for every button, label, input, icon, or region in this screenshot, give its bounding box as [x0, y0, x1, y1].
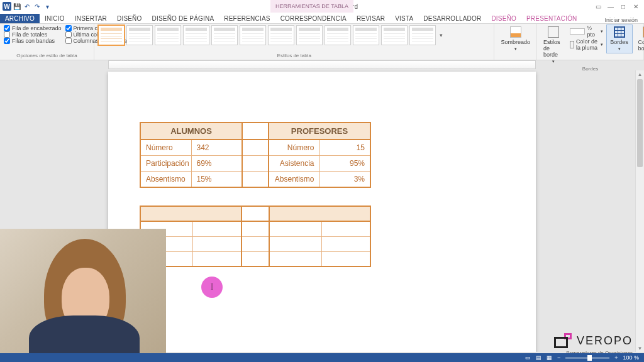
cell[interactable]: Absentismo	[269, 172, 319, 188]
qat-more-icon[interactable]: ▾	[43, 2, 52, 11]
page[interactable]: ALUMNOS PROFESORES Número 342 Número 15 …	[108, 72, 536, 352]
view-read-icon[interactable]: ▭	[525, 354, 531, 361]
shading-button[interactable]: Sombreado ▾	[498, 25, 533, 53]
chevron-down-icon: ▾	[618, 47, 621, 52]
table1-header-right[interactable]: PROFESORES	[269, 123, 370, 140]
view-print-icon[interactable]: ▤	[536, 354, 541, 361]
cell[interactable]	[140, 206, 242, 221]
gallery-more-icon[interactable]: ▾	[438, 32, 445, 38]
cell[interactable]	[242, 140, 269, 156]
chk-header-row[interactable]: Fila de encabezado	[4, 25, 62, 31]
zoom-level[interactable]: 100 %	[623, 354, 639, 361]
tab-inicio[interactable]: INICIO	[40, 14, 70, 23]
cell[interactable]: Número	[140, 140, 191, 156]
undo-icon[interactable]: ↶	[23, 2, 31, 11]
cell[interactable]: Número	[269, 140, 319, 156]
tab-table-design[interactable]: DISEÑO	[486, 14, 521, 23]
table-row[interactable]	[140, 221, 370, 236]
table-style-thumb[interactable]	[98, 25, 125, 45]
pen-weight-dropdown[interactable]: ½ pto ▾	[570, 25, 603, 38]
cell[interactable]: 95%	[319, 156, 370, 172]
table-style-thumb[interactable]	[240, 25, 266, 45]
borders-button[interactable]: Bordes ▾	[607, 25, 632, 53]
tab-diseno-pagina[interactable]: DISEÑO DE PÁGINA	[147, 14, 219, 23]
table-row[interactable]: Absentismo 15% Absentismo 3%	[140, 172, 370, 188]
ribbon: Fila de encabezado Primera columna Fila …	[0, 24, 644, 60]
table-row[interactable]: Número 342 Número 15	[140, 140, 370, 156]
table-style-thumb[interactable]	[211, 25, 238, 45]
tab-file[interactable]: ARCHIVO	[0, 14, 40, 23]
minimize-icon[interactable]: —	[606, 2, 615, 11]
zoom-in-icon[interactable]: +	[614, 354, 618, 361]
table-style-thumb[interactable]	[268, 25, 294, 45]
chk-banded-rows[interactable]: Filas con bandas	[4, 38, 62, 44]
table-2[interactable]	[140, 206, 371, 267]
pen-icon	[570, 41, 574, 48]
table-style-thumb[interactable]	[325, 25, 351, 45]
quick-access-toolbar: W 💾 ↶ ↷ ▾	[0, 2, 52, 11]
cell[interactable]: Asistencia	[269, 156, 319, 172]
table-style-thumb[interactable]	[353, 25, 379, 45]
zoom-slider[interactable]	[565, 357, 609, 359]
line-style-swatch	[570, 28, 585, 35]
save-icon[interactable]: 💾	[13, 2, 21, 11]
chk-total-row[interactable]: Fila de totales	[4, 31, 62, 38]
tab-diseno[interactable]: DISEÑO	[112, 14, 147, 23]
table-style-thumb[interactable]	[296, 25, 323, 45]
cell[interactable]: 15	[319, 140, 370, 156]
cell[interactable]	[242, 206, 269, 221]
zoom-out-icon[interactable]: −	[557, 354, 560, 361]
table-styles-gallery[interactable]: ▾	[98, 25, 490, 45]
tab-correspondencia[interactable]: CORRESPONDENCIA	[275, 14, 352, 23]
scroll-up-icon[interactable]: ▲	[636, 70, 644, 78]
table1-header-sep[interactable]	[242, 123, 269, 140]
sign-in-link[interactable]: Iniciar sesión	[604, 17, 644, 23]
tab-revisar[interactable]: REVISAR	[352, 14, 390, 23]
table-style-thumb[interactable]	[381, 25, 408, 45]
close-icon[interactable]: ✕	[631, 2, 640, 11]
table-style-thumb[interactable]	[409, 25, 436, 45]
table-style-thumb[interactable]	[155, 25, 181, 45]
tab-desarrollador[interactable]: DESARROLLADOR	[418, 14, 486, 23]
chevron-down-icon: ▾	[601, 42, 603, 47]
cell[interactable]	[242, 172, 269, 188]
cell[interactable]: Participación	[140, 156, 191, 172]
chevron-down-icon: ▾	[601, 29, 603, 34]
vertical-scrollbar[interactable]: ▲ ▼	[635, 70, 644, 352]
tab-table-layout[interactable]: PRESENTACIÓN	[521, 14, 582, 23]
border-painter-button[interactable]: Copiar borde	[636, 25, 644, 53]
cell[interactable]: Absentismo	[140, 172, 191, 188]
table-row[interactable]	[140, 236, 370, 251]
table-style-thumb[interactable]	[183, 25, 209, 45]
cell[interactable]	[242, 156, 269, 172]
table-style-thumb[interactable]	[126, 25, 153, 45]
word-icon: W	[3, 2, 11, 11]
table-row[interactable]: Participación 69% Asistencia 95%	[140, 156, 370, 172]
brand-mark-icon	[554, 333, 572, 348]
cell[interactable]: 3%	[319, 172, 370, 188]
tab-referencias[interactable]: REFERENCIAS	[219, 14, 275, 23]
pen-color-dropdown[interactable]: Color de la pluma ▾	[570, 38, 603, 51]
cell[interactable]	[269, 206, 370, 221]
brand-logo: VEROPO Preparadores de Oposiciones	[554, 333, 633, 348]
cell[interactable]: 69%	[191, 156, 242, 172]
redo-icon[interactable]: ↷	[33, 2, 42, 11]
maximize-icon[interactable]: □	[619, 2, 628, 11]
table1-header-left[interactable]: ALUMNOS	[140, 123, 242, 140]
view-web-icon[interactable]: ▦	[547, 354, 552, 361]
group-label-table-styles: Estilos de tabla	[98, 53, 490, 58]
table-1[interactable]: ALUMNOS PROFESORES Número 342 Número 15 …	[140, 122, 371, 188]
cell[interactable]: 15%	[191, 172, 242, 188]
ribbon-options-icon[interactable]: ▭	[594, 2, 602, 11]
cursor-highlight-icon	[201, 277, 223, 298]
bucket-icon	[510, 26, 521, 38]
border-styles-button[interactable]: Estilos de borde ▾	[541, 25, 566, 65]
tab-insertar[interactable]: INSERTAR	[70, 14, 112, 23]
scroll-down-icon[interactable]: ▼	[636, 344, 644, 352]
table-row[interactable]	[140, 251, 370, 266]
cell[interactable]: 342	[191, 140, 242, 156]
scroll-thumb[interactable]	[637, 79, 643, 167]
group-shading: Sombreado ▾	[494, 24, 537, 60]
group-table-style-options: Fila de encabezado Primera columna Fila …	[0, 24, 94, 60]
tab-vista[interactable]: VISTA	[390, 14, 418, 23]
